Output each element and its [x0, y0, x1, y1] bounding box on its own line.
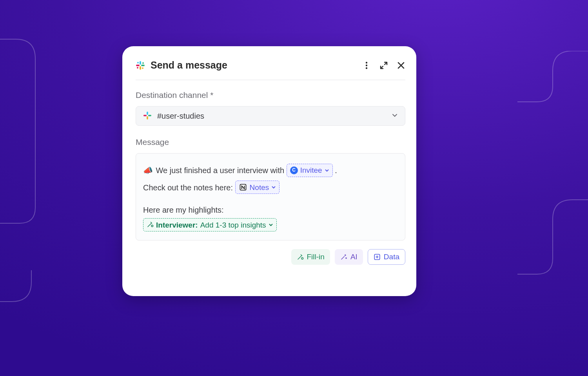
- modal-title: Send a message: [151, 60, 357, 71]
- message-text: We just finished a user interview with: [156, 166, 287, 175]
- svg-rect-0: [140, 61, 141, 65]
- chevron-down-icon: [392, 112, 398, 120]
- interviewer-token[interactable]: Interviewer: Add 1-3 top insights: [143, 218, 277, 231]
- fill-in-label: Fill-in: [307, 253, 325, 261]
- slack-icon: [143, 111, 152, 121]
- decor-left: [0, 35, 51, 317]
- plus-box-icon: [374, 253, 381, 260]
- svg-rect-11: [147, 112, 148, 115]
- message-editor[interactable]: 📣 We just finished a user interview with…: [136, 153, 405, 240]
- editor-footer: Fill-in AI Data: [136, 249, 405, 265]
- expand-button[interactable]: [379, 61, 388, 70]
- svg-rect-12: [148, 115, 151, 116]
- calendly-icon: C: [290, 166, 298, 174]
- fill-in-button[interactable]: Fill-in: [291, 249, 330, 265]
- message-label: Message: [136, 137, 405, 147]
- svg-rect-13: [147, 116, 148, 119]
- svg-point-17: [301, 258, 303, 260]
- notion-icon: [239, 183, 247, 192]
- svg-point-8: [366, 61, 367, 63]
- wand-icon: [297, 253, 304, 260]
- data-label: Data: [384, 253, 399, 261]
- svg-rect-1: [141, 65, 145, 66]
- caret-down-icon: [271, 185, 276, 190]
- destination-channel-label: Destination channel *: [136, 90, 405, 100]
- ai-label: AI: [350, 253, 358, 261]
- svg-point-10: [366, 67, 367, 69]
- caret-down-icon: [269, 222, 273, 227]
- decor-right: [459, 51, 588, 302]
- svg-point-5: [142, 62, 144, 64]
- destination-channel-select[interactable]: #user-studies: [136, 106, 405, 126]
- divider: [136, 80, 405, 80]
- ai-button[interactable]: AI: [335, 249, 363, 265]
- message-text: .: [335, 166, 337, 175]
- notes-token-label: Notes: [250, 180, 269, 195]
- message-text: Check out the notes here:: [143, 183, 235, 192]
- interviewer-token-label: Interviewer:: [156, 221, 198, 229]
- more-menu-button[interactable]: [362, 61, 371, 70]
- svg-rect-2: [140, 66, 141, 70]
- invitee-token-label: Invitee: [300, 163, 322, 178]
- slack-icon: [136, 61, 145, 70]
- megaphone-icon: 📣: [143, 162, 153, 179]
- svg-point-6: [142, 67, 143, 69]
- interviewer-token-prompt: Add 1-3 top insights: [200, 221, 266, 229]
- message-text: Here are my highlights:: [143, 206, 224, 214]
- sparkle-wand-icon: [340, 253, 347, 260]
- svg-point-16: [151, 225, 153, 227]
- send-message-modal: Send a message Destination channel *: [122, 46, 416, 296]
- invitee-token[interactable]: C Invitee: [287, 164, 333, 177]
- wand-icon: [147, 221, 154, 229]
- notes-token[interactable]: Notes: [235, 181, 280, 194]
- modal-header: Send a message: [136, 60, 405, 71]
- svg-point-9: [366, 64, 367, 66]
- svg-rect-3: [136, 65, 140, 66]
- svg-rect-14: [143, 115, 147, 116]
- caret-down-icon: [325, 168, 329, 173]
- destination-channel-value: #user-studies: [157, 112, 387, 121]
- svg-point-4: [137, 62, 139, 63]
- svg-point-7: [137, 67, 138, 69]
- data-button[interactable]: Data: [368, 249, 405, 265]
- close-button[interactable]: [397, 61, 405, 70]
